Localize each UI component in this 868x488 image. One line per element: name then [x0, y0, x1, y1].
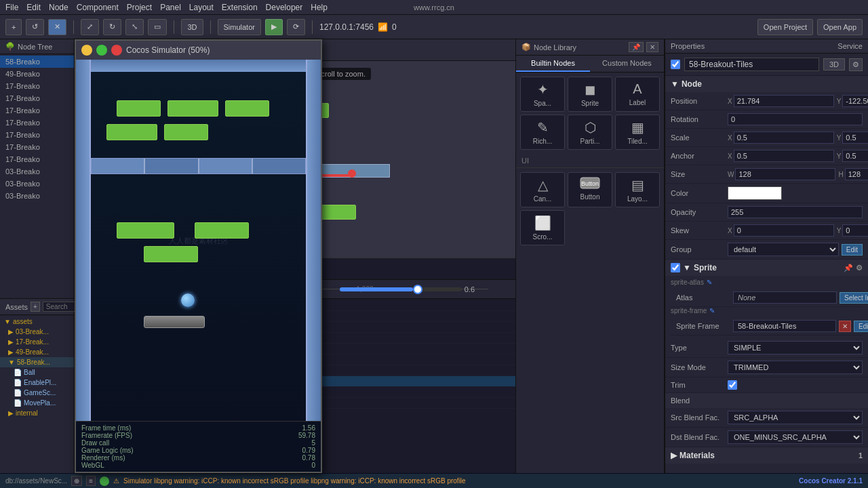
- open-app-btn[interactable]: Open App: [817, 19, 863, 35]
- nl-close-btn[interactable]: ✕: [646, 42, 658, 52]
- move-tool[interactable]: ⤢: [81, 19, 99, 35]
- atlas-edit-link[interactable]: ✎: [707, 279, 712, 286]
- asset-internal-folder[interactable]: ▶ internal: [0, 408, 74, 418]
- menu-developer[interactable]: Developer: [266, 3, 303, 12]
- tree-item-4[interactable]: 17-Breako: [0, 104, 74, 117]
- menu-help[interactable]: Help: [311, 3, 328, 12]
- size-mode-select[interactable]: TRIMMED RAW CUSTOM: [728, 361, 863, 374]
- sprite-section-header[interactable]: ▼ Sprite 📌 ⚙: [665, 260, 868, 276]
- dst-blend-select[interactable]: ONE_MINUS_SRC_ALPHA: [728, 430, 863, 444]
- tree-item-1[interactable]: 49-Breako: [0, 68, 74, 80]
- simulator-content[interactable]: 人人都是素材社区: [76, 60, 321, 421]
- tree-item-6[interactable]: 17-Breako: [0, 129, 74, 141]
- menu-extension[interactable]: Extension: [222, 3, 258, 12]
- stop-btn[interactable]: ⟳: [287, 19, 305, 35]
- rect-tool[interactable]: ▭: [148, 19, 167, 35]
- nl-sprite[interactable]: ◼ Sprite: [568, 77, 612, 112]
- nl-scroll[interactable]: ⬜ Scro...: [520, 210, 565, 245]
- close-btn[interactable]: ✕: [48, 19, 66, 35]
- materials-section[interactable]: ▶ Materials 1: [665, 447, 868, 464]
- menu-panel[interactable]: Panel: [160, 3, 181, 12]
- asset-enablepl[interactable]: 📄 EnablePl...: [0, 378, 74, 388]
- asset-assets-folder[interactable]: ▼ assets: [0, 317, 74, 327]
- menu-component[interactable]: Component: [77, 3, 119, 12]
- scale-y-input[interactable]: [842, 131, 868, 144]
- anchor-y-input[interactable]: [842, 150, 868, 162]
- group-edit-btn[interactable]: Edit: [842, 244, 863, 256]
- size-w-input[interactable]: [735, 168, 835, 180]
- group-select[interactable]: default: [728, 243, 839, 256]
- menu-layout[interactable]: Layout: [189, 3, 214, 12]
- simulator-btn[interactable]: Simulator: [218, 19, 261, 35]
- close-btn-sim[interactable]: [111, 45, 122, 56]
- type-select[interactable]: SIMPLE SLICED TILED FILLED: [728, 341, 863, 354]
- service-tab[interactable]: Service: [837, 42, 863, 50]
- menu-edit[interactable]: Edit: [26, 3, 41, 12]
- asset-gamesc[interactable]: 📄 GameSc...: [0, 388, 74, 398]
- nl-parti[interactable]: ⬡ Parti...: [568, 115, 612, 150]
- custom-tab[interactable]: Custom Nodes: [590, 56, 664, 72]
- select-atlas-btn[interactable]: Select In Atlas: [840, 292, 868, 304]
- asset-49-folder[interactable]: ▶ 49-Break...: [0, 347, 74, 357]
- prop-gear-btn[interactable]: ⚙: [849, 58, 863, 71]
- scale-tool[interactable]: ⤡: [125, 19, 144, 35]
- opacity-input[interactable]: [728, 206, 863, 218]
- nl-spa[interactable]: ✦ Spa...: [520, 77, 565, 112]
- atlas-value[interactable]: [733, 291, 837, 304]
- timeline-slider-track[interactable]: [340, 287, 462, 291]
- status-btn-2[interactable]: ≡: [86, 476, 96, 486]
- nl-layout[interactable]: ▤ Layo...: [615, 172, 660, 207]
- position-x-input[interactable]: [734, 95, 834, 107]
- sprite-active-checkbox[interactable]: [671, 263, 680, 272]
- nl-label[interactable]: A Label: [615, 77, 660, 112]
- node-name-input[interactable]: [684, 58, 819, 71]
- asset-movepla[interactable]: 📄 MovePla...: [0, 398, 74, 408]
- nl-canvas[interactable]: △ Can...: [520, 172, 565, 207]
- nl-button[interactable]: Button Button: [568, 172, 612, 207]
- maximize-btn[interactable]: [96, 45, 107, 56]
- menu-file[interactable]: File: [5, 3, 18, 12]
- tree-item-2[interactable]: 17-Breako: [0, 80, 74, 92]
- nl-tiled[interactable]: ▦ Tiled...: [615, 115, 660, 150]
- asset-ball[interactable]: 📄 Ball: [0, 367, 74, 378]
- tree-item-9[interactable]: 03-Breako: [0, 165, 74, 178]
- add-asset-btn[interactable]: +: [31, 302, 40, 312]
- status-indicator[interactable]: [100, 476, 109, 486]
- add-node-btn[interactable]: +: [5, 19, 22, 35]
- tree-item-8[interactable]: 17-Breako: [0, 153, 74, 165]
- timeline-slider-thumb[interactable]: [413, 285, 422, 294]
- asset-17-folder[interactable]: ▶ 17-Break...: [0, 337, 74, 347]
- skew-x-input[interactable]: [734, 224, 834, 237]
- nl-rich[interactable]: ✎ Rich...: [520, 115, 565, 150]
- tree-item-10[interactable]: 03-Breako: [0, 178, 74, 190]
- skew-y-input[interactable]: [842, 224, 868, 237]
- rotate-tool[interactable]: ↻: [103, 19, 121, 35]
- tree-item-5[interactable]: 17-Breako: [0, 117, 74, 129]
- menu-node[interactable]: Node: [49, 3, 68, 12]
- tree-item-7[interactable]: 17-Breako: [0, 141, 74, 153]
- sprite-frame-edit-link[interactable]: ✎: [709, 307, 715, 314]
- node-active-checkbox[interactable]: [671, 60, 680, 69]
- status-btn-1[interactable]: ⊕: [71, 476, 82, 486]
- asset-58-folder[interactable]: ▼ 58-Break...: [0, 357, 74, 367]
- nl-pin-btn[interactable]: 📌: [629, 42, 644, 52]
- anchor-x-input[interactable]: [734, 150, 834, 162]
- prop-3d-btn[interactable]: 3D: [823, 58, 845, 70]
- rotation-input[interactable]: [728, 113, 863, 125]
- tree-item-0[interactable]: 58-Breako: [0, 56, 74, 68]
- tree-item-3[interactable]: 17-Breako: [0, 92, 74, 104]
- node-section-header[interactable]: ▼ Node: [665, 76, 868, 92]
- refresh-btn[interactable]: ↺: [26, 19, 44, 35]
- position-y-input[interactable]: [842, 95, 868, 107]
- sprite-frame-input[interactable]: [733, 320, 836, 332]
- minimize-btn[interactable]: [81, 45, 92, 56]
- scale-x-input[interactable]: [734, 131, 834, 144]
- asset-03-folder[interactable]: ▶ 03-Break...: [0, 327, 74, 337]
- color-swatch[interactable]: [728, 186, 782, 200]
- play-btn[interactable]: ▶: [265, 19, 283, 35]
- builtin-tab[interactable]: Builtin Nodes: [516, 56, 590, 72]
- sprite-frame-del-btn[interactable]: ✕: [839, 321, 851, 332]
- open-project-btn[interactable]: Open Project: [757, 19, 813, 35]
- tree-item-11[interactable]: 03-Breako: [0, 190, 74, 202]
- trim-checkbox[interactable]: [728, 380, 737, 390]
